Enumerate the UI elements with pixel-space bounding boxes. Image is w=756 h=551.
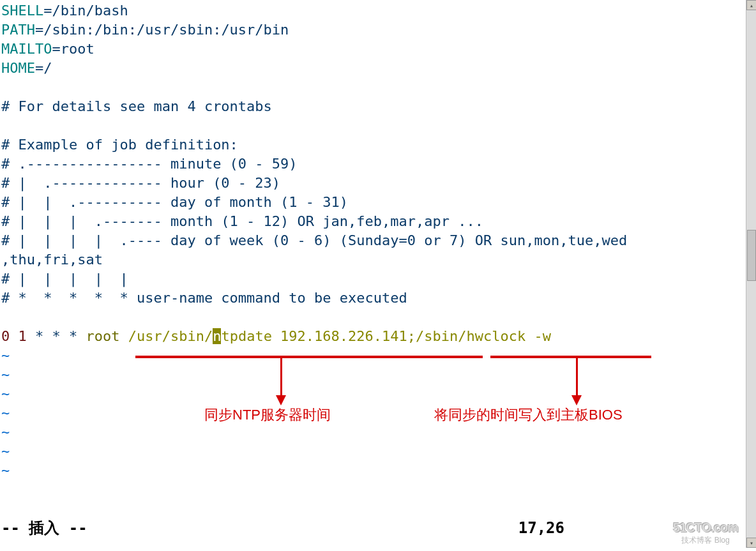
annotation-arrow-line-left <box>280 358 282 396</box>
cron-cmd-part3: /sbin/hwclock -w <box>416 328 551 344</box>
comment-line: # Example of job definition: <box>1 135 746 155</box>
shell-var: SHELL <box>1 3 43 19</box>
scrollbar-thumb[interactable] <box>747 230 756 281</box>
cron-cmd-part2: tpdate 192.168.226.141; <box>221 328 416 344</box>
annotation-underline-ntp <box>135 356 483 358</box>
home-val: =/ <box>35 60 52 76</box>
mailto-var: MAILTO <box>1 41 52 57</box>
comment-line: # | | | | | <box>1 269 746 289</box>
vertical-scrollbar[interactable]: ▴ ▾ <box>746 0 756 548</box>
comment-line: # * * * * * user-name command to be exec… <box>1 289 746 308</box>
editor-area[interactable]: SHELL=/bin/bash PATH=/sbin:/bin:/usr/sbi… <box>0 0 746 549</box>
arrow-down-icon <box>276 395 286 405</box>
crontab-entry: 0 1 * * * root /usr/sbin/ntpdate 192.168… <box>1 327 746 346</box>
comment-line: # | .------------- hour (0 - 23) <box>1 174 746 193</box>
comment-line: # For details see man 4 crontabs <box>1 97 746 116</box>
blank-line <box>1 308 746 327</box>
scroll-down-icon[interactable]: ▾ <box>746 538 756 548</box>
blank-line <box>1 78 746 97</box>
tilde-line: ~ <box>1 423 746 442</box>
cron-hour: 1 <box>19 328 27 344</box>
path-var: PATH <box>1 22 35 38</box>
env-line-mailto: MAILTO=root <box>1 40 746 59</box>
editor-cursor: n <box>213 328 221 344</box>
comment-line: # .---------------- minute (0 - 59) <box>1 155 746 174</box>
mailto-val: =root <box>52 41 94 57</box>
annotation-text-bios: 将同步的时间写入到主板BIOS <box>434 405 623 425</box>
cron-user: root <box>86 328 128 344</box>
watermark: 51CTO.com 技术博客 Blog <box>664 519 747 547</box>
annotation-arrow-line-right <box>576 358 578 396</box>
env-line-home: HOME=/ <box>1 59 746 78</box>
cron-stars: * * * <box>27 328 86 344</box>
env-line-shell: SHELL=/bin/bash <box>1 1 746 20</box>
annotation-underline-hwclock <box>490 356 651 358</box>
cron-minute: 0 <box>1 328 10 344</box>
env-line-path: PATH=/sbin:/bin:/usr/sbin:/usr/bin <box>1 20 746 40</box>
comment-line: # | | | .------- month (1 - 12) OR jan,f… <box>1 212 746 231</box>
watermark-sub: 技术博客 Blog <box>681 535 729 546</box>
cron-cmd-part1: /usr/sbin/ <box>128 328 213 344</box>
tilde-line: ~ <box>1 365 746 384</box>
annotation-text-ntp: 同步NTP服务器时间 <box>204 405 331 425</box>
arrow-down-icon <box>571 395 582 405</box>
path-val: =/sbin:/bin:/usr/sbin:/usr/bin <box>35 22 289 38</box>
editor-mode-indicator: -- 插入 -- <box>1 518 87 538</box>
comment-line: ,thu,fri,sat <box>1 250 746 269</box>
tilde-line: ~ <box>1 461 746 480</box>
status-bar: -- 插入 -- 17,26 <box>1 518 743 538</box>
blank-line <box>1 116 746 135</box>
scroll-up-icon[interactable]: ▴ <box>746 0 756 10</box>
comment-line: # | | | | .---- day of week (0 - 6) (Sun… <box>1 231 746 250</box>
tilde-line: ~ <box>1 442 746 461</box>
shell-val: =/bin/bash <box>43 3 128 19</box>
comment-line: # | | .---------- day of month (1 - 31) <box>1 193 746 212</box>
tilde-line: ~ <box>1 384 746 404</box>
watermark-logo: 51CTO.com <box>673 520 738 535</box>
tilde-line: ~ <box>1 404 746 423</box>
home-var: HOME <box>1 60 35 76</box>
